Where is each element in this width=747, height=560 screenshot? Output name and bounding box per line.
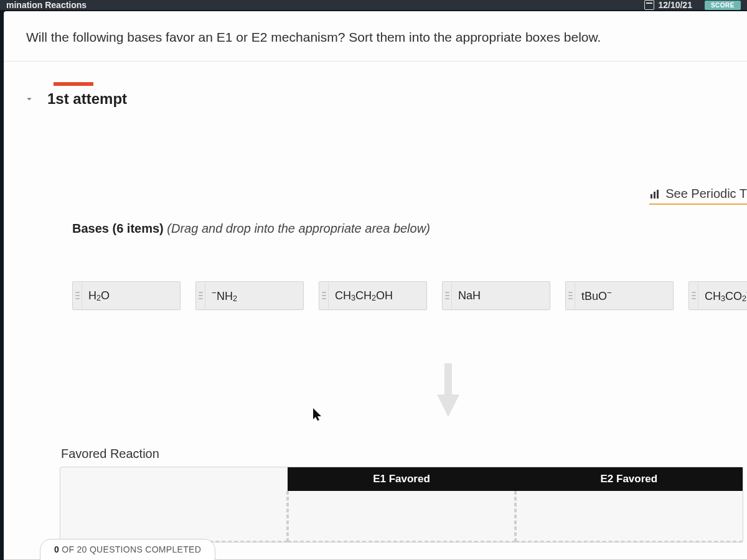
draggable-tile[interactable]: NaH [442, 281, 550, 310]
chem-label: CH3CH2OH [335, 289, 393, 302]
drop-zone-body[interactable] [60, 491, 288, 542]
due-date: 12/10/21 [644, 0, 692, 10]
draggable-tile[interactable]: −NH2 [195, 281, 304, 310]
drag-grip-icon [443, 282, 452, 309]
chem-label: −NH2 [212, 288, 237, 303]
drop-zone-blank[interactable] [60, 467, 288, 542]
chem-label: H2O [88, 289, 110, 302]
bases-header: Bases (6 items) (Drag and drop into the … [72, 222, 430, 236]
chevron-down-icon[interactable] [22, 92, 36, 106]
periodic-table-link[interactable]: See Periodic T [649, 185, 747, 205]
drop-zone-title: E2 Favored [515, 467, 743, 491]
cursor-icon [313, 408, 323, 421]
draggable-tiles: H2O−NH2CH3CH2OHNaHtBuO−CH3CO2− [72, 281, 747, 310]
draggable-tile[interactable]: CH3CO2− [688, 281, 747, 310]
progress-pill[interactable]: 0 OF 20 QUESTIONS COMPLETED [40, 539, 215, 560]
drag-grip-icon [196, 282, 205, 309]
chem-label: NaH [458, 289, 481, 302]
drop-hint-arrow-icon [433, 363, 463, 417]
drop-zone-e2-favored[interactable]: E2 Favored [515, 467, 743, 542]
score-badge: SCORE [705, 1, 741, 10]
breadcrumb: mination Reactions [6, 0, 87, 10]
drop-zone-title [60, 467, 288, 491]
question-text: Will the following bases favor an E1 or … [4, 11, 747, 62]
drag-grip-icon [689, 282, 698, 309]
draggable-tile[interactable]: tBuO− [565, 281, 674, 310]
drag-grip-icon [566, 282, 575, 309]
drop-zone-body[interactable] [288, 491, 515, 542]
bar-chart-icon [651, 190, 660, 198]
drag-grip-icon [319, 282, 329, 309]
draggable-tile[interactable]: H2O [72, 281, 181, 310]
question-card: Will the following bases favor an E1 or … [4, 11, 747, 560]
top-bar: mination Reactions 12/10/21 SCORE [0, 0, 747, 10]
drop-zone-e1-favored[interactable]: E1 Favored [288, 467, 515, 542]
drag-grip-icon [73, 282, 82, 309]
favored-reaction-header: Favored Reaction [61, 447, 159, 461]
calendar-icon [644, 0, 654, 10]
drop-zone-title: E1 Favored [288, 467, 515, 491]
draggable-tile[interactable]: CH3CH2OH [319, 281, 427, 310]
accent-bar [54, 82, 93, 86]
attempt-label: 1st attempt [47, 90, 127, 108]
chem-label: CH3CO2− [705, 288, 747, 303]
drop-zones: E1 FavoredE2 Favored [60, 467, 743, 543]
drop-zone-body[interactable] [515, 491, 743, 542]
chem-label: tBuO− [581, 288, 612, 303]
